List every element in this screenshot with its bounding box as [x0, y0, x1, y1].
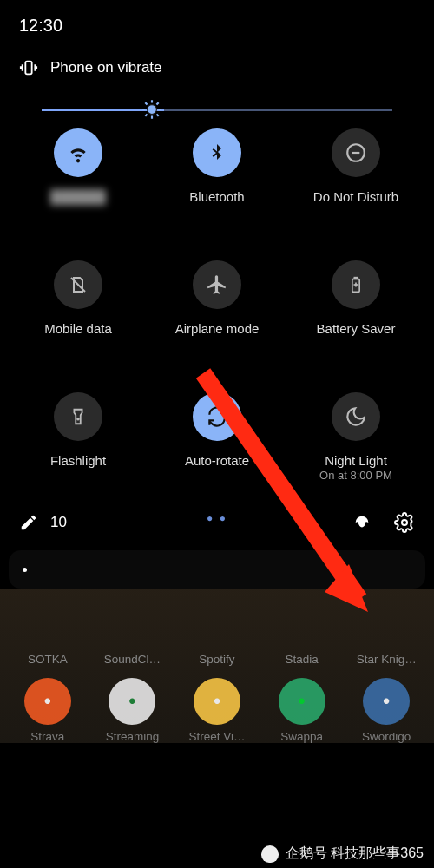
svg-point-10 [402, 520, 407, 525]
app-icon: • [24, 678, 71, 725]
rotate-icon [193, 392, 241, 441]
penguin-icon [261, 845, 279, 863]
qs-tile-battery[interactable]: Battery Saver [286, 260, 425, 356]
watermark: 企鹅号 科技那些事365 [261, 845, 424, 863]
flashlight-icon [54, 392, 102, 441]
qs-tile-flashlight[interactable]: Flashlight [9, 392, 148, 488]
svg-point-9 [77, 418, 79, 420]
battery-icon [332, 260, 380, 309]
svg-rect-0 [25, 62, 31, 75]
qs-tile-label: ██████ [50, 189, 106, 204]
app-label: Star Knig… [357, 653, 417, 666]
home-app[interactable]: SOTKA [7, 601, 89, 666]
app-label: Swappa [280, 730, 323, 743]
home-app[interactable]: Star Knig… [345, 601, 427, 666]
qs-tile-label: Bluetooth [189, 189, 244, 204]
media-indicator-dot [23, 568, 27, 572]
wifi-icon [54, 128, 102, 177]
app-label: SOTKA [28, 653, 68, 666]
slider-thumb[interactable] [141, 98, 163, 121]
ringer-mode-row[interactable]: Phone on vibrate [0, 43, 434, 95]
app-label: Spotify [199, 653, 234, 666]
home-app[interactable]: Spotify [176, 601, 258, 666]
settings-button[interactable] [394, 512, 415, 533]
qs-tile-autorotate[interactable]: Auto-rotate [148, 392, 286, 488]
app-label: SoundCl… [104, 653, 161, 666]
home-app[interactable]: •Swappa [261, 678, 343, 743]
page-indicator: ● ● [207, 512, 227, 524]
user-count: 10 [50, 514, 67, 531]
svg-rect-6 [354, 278, 357, 279]
qs-tile-label: Auto-rotate [185, 453, 249, 468]
app-icon: • [363, 678, 410, 725]
app-icon: • [108, 678, 155, 725]
qs-tile-label: Flashlight [50, 453, 106, 468]
qs-tile-nightlight[interactable]: Night LightOn at 8:00 PM [286, 392, 425, 488]
qs-tile-sublabel: On at 8:00 PM [319, 470, 392, 483]
watermark-text: 企鹅号 科技那些事365 [286, 845, 424, 863]
app-icon: • [279, 678, 326, 725]
qs-tile-label: Night LightOn at 8:00 PM [319, 453, 392, 483]
qs-tile-label: Do Not Disturb [313, 189, 398, 204]
home-app[interactable]: Stadia [261, 601, 343, 666]
app-icon: • [194, 678, 240, 725]
dnd-icon [332, 128, 380, 177]
moon-icon [332, 392, 380, 441]
vibrate-icon [19, 58, 38, 77]
home-app[interactable]: •Strava [7, 678, 89, 743]
app-label: Street Vi… [188, 730, 245, 743]
qs-tile-label: Airplane mode [175, 321, 260, 336]
airplane-icon [193, 260, 241, 309]
qs-tile-label: Battery Saver [317, 321, 396, 336]
svg-point-1 [148, 104, 157, 114]
multi-user-button[interactable] [352, 513, 372, 532]
qs-tile-label: Mobile data [44, 321, 112, 336]
qs-footer: 10 ● ● [0, 491, 434, 545]
slider-track [42, 108, 392, 111]
home-app[interactable]: SoundCl… [92, 601, 174, 666]
qs-tile-mobiledata[interactable]: Mobile data [9, 260, 148, 356]
home-app[interactable]: •Street Vi… [176, 678, 258, 743]
home-app[interactable]: •Streaming [92, 678, 174, 743]
home-app[interactable]: •Swordigo [345, 678, 427, 743]
media-notification-bar[interactable] [9, 550, 425, 589]
nosim-icon [54, 260, 102, 309]
qs-tiles-grid: ██████BluetoothDo Not DisturbMobile data… [0, 123, 434, 491]
qs-tile-wifi[interactable]: ██████ [9, 128, 148, 224]
qs-tile-airplane[interactable]: Airplane mode [148, 260, 286, 356]
app-label: Strava [30, 730, 64, 743]
clock-time: 12:30 [19, 16, 62, 35]
status-bar: 12:30 [0, 0, 434, 43]
qs-tile-bluetooth[interactable]: Bluetooth [148, 128, 286, 224]
app-label: Stadia [285, 653, 318, 666]
edit-tiles-button[interactable] [19, 513, 38, 532]
app-label: Streaming [106, 730, 160, 743]
home-screen-background: SOTKASoundCl…SpotifyStadiaStar Knig… •St… [0, 589, 434, 743]
qs-tile-dnd[interactable]: Do Not Disturb [286, 128, 425, 224]
bluetooth-icon [193, 128, 241, 177]
ringer-mode-label: Phone on vibrate [50, 59, 162, 76]
app-label: Swordigo [362, 730, 411, 743]
brightness-slider[interactable] [0, 95, 434, 123]
